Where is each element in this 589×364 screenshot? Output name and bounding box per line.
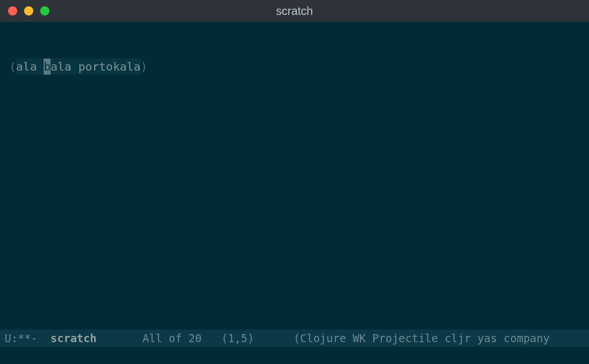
close-paren: )	[141, 59, 148, 75]
cursor: b	[44, 59, 51, 75]
modeline: U:**-scratchAll of 20(1,5)(Clojure WK Pr…	[0, 330, 589, 347]
text-after-cursor: ala portokala	[51, 59, 141, 75]
maximize-icon[interactable]	[40, 6, 49, 16]
window-titlebar: scratch	[0, 0, 589, 22]
code-line-1[interactable]: (ala bala portokala)	[9, 59, 580, 75]
modeline-prefix: U:**-	[5, 332, 37, 344]
traffic-lights	[8, 6, 49, 16]
modeline-position: All of 20	[142, 332, 202, 344]
editor-area[interactable]: (ala bala portokala)	[0, 22, 589, 330]
modeline-buffer-name[interactable]: scratch	[51, 332, 96, 344]
minimize-icon[interactable]	[24, 6, 33, 16]
modeline-coords: (1,5)	[221, 332, 254, 344]
text-before-cursor: ala	[16, 59, 44, 75]
window-title: scratch	[276, 5, 313, 18]
close-icon[interactable]	[8, 6, 17, 16]
minibuffer[interactable]	[0, 347, 589, 364]
modeline-modes: (Clojure WK Projectile cljr yas company	[293, 332, 549, 344]
open-paren: (	[9, 59, 16, 75]
